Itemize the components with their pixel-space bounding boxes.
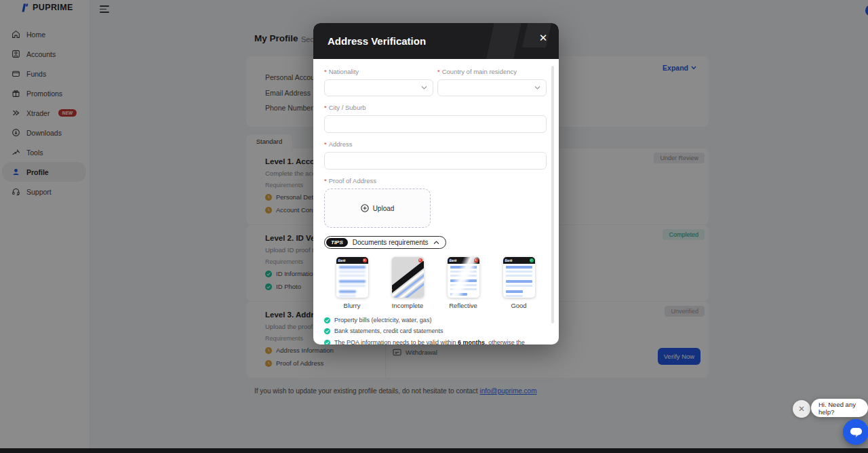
doc-bank-word: Bank — [450, 259, 457, 262]
upload-dropzone[interactable]: Upload — [324, 189, 431, 228]
doc-example-blurry: Bank ✕ Blurry — [324, 257, 380, 309]
required-marker: * — [324, 140, 327, 148]
doc-bank-word: Bank — [338, 259, 346, 262]
requirement-line: Bank statements, credit card statements — [324, 328, 547, 335]
address-label: * Address — [324, 140, 547, 148]
chevron-down-icon — [534, 85, 540, 90]
field-label-text: Address — [329, 140, 353, 148]
doc-example-reflective: Bank ✕ Reflective — [435, 257, 491, 309]
doc-example-incomplete: Bank ✕ Incomplete — [380, 257, 435, 309]
field-label-text: City / Suburb — [329, 104, 366, 111]
reject-dot-icon: ✕ — [418, 258, 422, 262]
modal-body: * Nationality * Country of main residenc… — [313, 59, 559, 344]
doc-label: Incomplete — [392, 302, 423, 309]
tips-toggle[interactable]: TIPS Documents requirements — [324, 236, 446, 249]
doc-thumbnail: Bank ✓ — [503, 257, 535, 298]
nationality-label: * Nationality — [324, 68, 433, 75]
required-marker: * — [324, 104, 327, 111]
reject-dot-icon: ✕ — [363, 258, 367, 262]
modal-title: Address Verification — [328, 35, 426, 47]
check-circle-icon — [324, 328, 330, 334]
required-marker: * — [324, 68, 327, 75]
chat-greeting-bubble[interactable]: Hi. Need any help? — [811, 399, 868, 417]
approve-dot-icon: ✓ — [530, 258, 534, 262]
chat-bubble-icon — [850, 427, 863, 438]
check-circle-icon — [324, 340, 330, 345]
doc-label: Good — [511, 302, 526, 309]
doc-thumbnail: Bank ✕ — [448, 257, 479, 298]
requirement-line: Property bills (electricity, water, gas) — [324, 317, 547, 324]
requirement-line: The POA information needs to be valid wi… — [324, 339, 547, 345]
field-label-text: Nationality — [329, 68, 359, 75]
doc-thumbnail: Bank ✕ — [392, 257, 424, 298]
required-marker: * — [437, 68, 440, 75]
doc-bank-word: Bank — [505, 259, 513, 262]
tips-badge: TIPS — [326, 238, 348, 247]
document-examples: Bank ✕ Blurry Bank ✕ Incomplete — [324, 257, 547, 309]
tips-label: Documents requirements — [353, 239, 429, 246]
document-requirements-list: Property bills (electricity, water, gas)… — [324, 317, 547, 344]
residency-select[interactable] — [437, 79, 547, 96]
address-input[interactable] — [324, 152, 547, 170]
chevron-up-icon — [433, 241, 439, 245]
doc-example-good: Bank ✓ Good — [491, 257, 547, 309]
modal-header: Address Verification ✕ — [313, 23, 559, 59]
city-label: * City / Suburb — [324, 104, 547, 111]
chevron-down-icon — [421, 85, 427, 90]
doc-label: Blurry — [344, 302, 361, 309]
doc-thumbnail: Bank ✕ — [336, 257, 368, 298]
field-label-text: Proof of Address — [329, 177, 376, 184]
modal-scrollbar[interactable] — [551, 66, 554, 323]
close-icon[interactable]: ✕ — [536, 31, 551, 45]
field-label-text: Country of main residency — [442, 68, 517, 75]
nationality-select[interactable] — [324, 79, 433, 96]
upload-label: Upload — [373, 205, 395, 212]
required-marker: * — [324, 177, 327, 184]
chat-dismiss-button[interactable]: ✕ — [793, 400, 810, 418]
check-circle-icon — [324, 317, 330, 323]
address-verification-modal: Address Verification ✕ * Nationality * C… — [313, 23, 559, 344]
residency-label: * Country of main residency — [437, 68, 547, 75]
circle-plus-icon — [361, 204, 369, 212]
chat-launcher-button[interactable] — [843, 419, 868, 445]
doc-label: Reflective — [449, 302, 477, 309]
city-input[interactable] — [324, 115, 547, 133]
reject-dot-icon: ✕ — [474, 258, 478, 262]
proof-of-address-label: * Proof of Address — [324, 177, 547, 184]
